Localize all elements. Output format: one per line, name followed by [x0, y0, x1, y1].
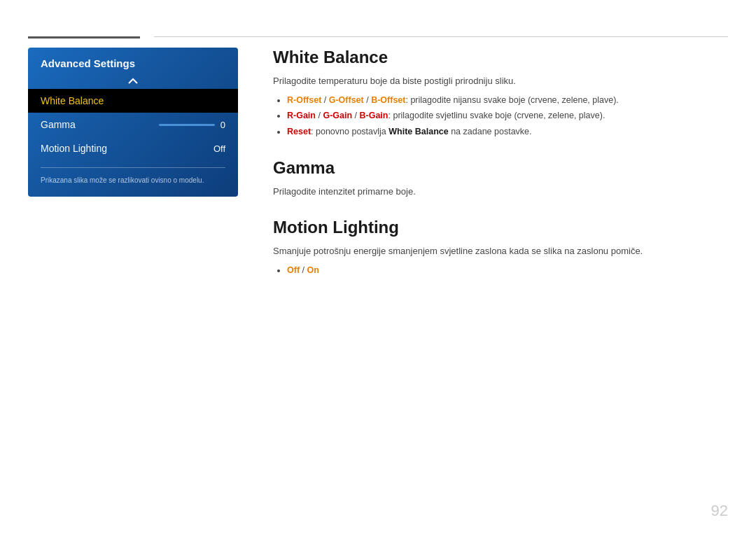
gamma-bar [159, 124, 215, 126]
bullet-r-offset: R-Offset / G-Offset / B-Offset: prilagod… [287, 94, 728, 107]
on-label: On [307, 265, 318, 275]
white-balance-bold: White Balance [388, 127, 448, 136]
white-balance-bullets: R-Offset / G-Offset / B-Offset: prilagod… [273, 94, 728, 139]
g-gain-label: G-Gain [323, 111, 352, 120]
motion-lighting-bullets: Off / On [273, 264, 728, 277]
motion-lighting-title: Motion Lighting [273, 218, 728, 237]
sidebar-item-gamma[interactable]: Gamma 0 [28, 113, 238, 136]
bullet-r-gain: R-Gain / G-Gain / B-Gain: prilagodite sv… [287, 109, 728, 122]
motion-value: Off [214, 143, 225, 154]
section-white-balance: White Balance Prilagodite temperaturu bo… [273, 48, 728, 139]
gamma-value: 0 [220, 120, 225, 130]
section-gamma: Gamma Prilagodite intenzitet primarne bo… [273, 158, 728, 199]
top-border-left [28, 36, 140, 38]
page-number: 92 [711, 502, 728, 520]
sidebar-item-motion-lighting[interactable]: Motion Lighting Off [28, 136, 238, 160]
g-offset-label: G-Offset [329, 95, 364, 105]
collapse-icon[interactable] [28, 76, 238, 89]
r-offset-label: R-Offset [287, 95, 321, 105]
sidebar: Advanced Settings White Balance Gamma 0 … [28, 48, 238, 197]
sidebar-note: Prikazana slika može se razlikovati ovis… [28, 175, 238, 190]
bullet-reset: Reset: ponovno postavlja White Balance n… [287, 125, 728, 139]
motion-lighting-desc: Smanjuje potrošnju energije smanjenjem s… [273, 244, 728, 258]
main-content: White Balance Prilagodite temperaturu bo… [273, 48, 728, 506]
sidebar-title: Advanced Settings [28, 48, 238, 76]
top-border-right [154, 36, 728, 37]
bullet-off-on: Off / On [287, 264, 728, 277]
gamma-bar-container: 0 [159, 120, 225, 130]
b-offset-label: B-Offset [371, 95, 405, 105]
gamma-title: Gamma [273, 158, 728, 178]
white-balance-title: White Balance [273, 48, 728, 67]
white-balance-desc: Prilagodite temperaturu boje da biste po… [273, 74, 728, 88]
sidebar-item-white-balance[interactable]: White Balance [28, 89, 238, 113]
gamma-desc: Prilagodite intenzitet primarne boje. [273, 185, 728, 199]
sidebar-divider [41, 167, 225, 168]
section-motion-lighting: Motion Lighting Smanjuje potrošnju energ… [273, 218, 728, 276]
b-gain-label: B-Gain [360, 111, 388, 120]
reset-label: Reset [287, 127, 311, 136]
off-label: Off [287, 265, 300, 275]
r-gain-label: R-Gain [287, 111, 316, 120]
